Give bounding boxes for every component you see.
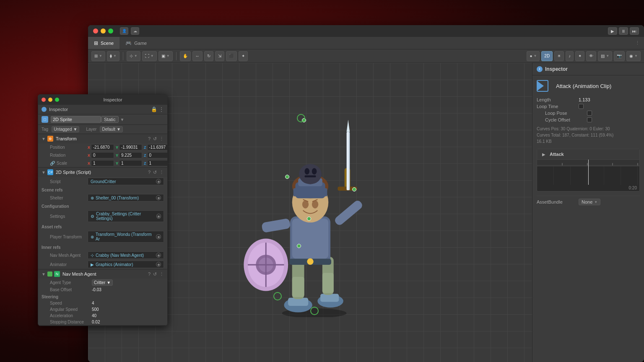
nav-mesh-header[interactable]: ▼ N Nav Mesh Agent ? ↺ ⋮: [38, 269, 167, 279]
scale-z-field[interactable]: Z: [144, 160, 168, 166]
scale-z-input[interactable]: [147, 160, 168, 166]
rot-z-input[interactable]: [147, 152, 168, 158]
rect-btn[interactable]: ▣▼: [158, 51, 173, 61]
camera-btn[interactable]: 📷: [614, 51, 625, 61]
rot-z-field[interactable]: Z: [144, 152, 168, 158]
audio-btn[interactable]: ♪: [566, 51, 574, 61]
nav-mesh-value[interactable]: ⊹ Crabby (Nav Mesh Agent) ◉: [88, 251, 164, 259]
rot-x-field[interactable]: X: [88, 152, 114, 158]
angular-speed-value[interactable]: 500: [92, 307, 99, 312]
loop-pose-row[interactable]: Loop Pose: [537, 111, 640, 116]
more-btn[interactable]: ⋮: [159, 106, 164, 112]
cycle-offset-checkbox[interactable]: [587, 117, 592, 122]
account-btn[interactable]: 👤: [120, 27, 128, 35]
pos-x-input[interactable]: [91, 144, 114, 150]
move-btn[interactable]: ⊹▼: [127, 51, 140, 61]
agent-type-dropdown[interactable]: Critter ▼: [92, 279, 113, 286]
pos-x-field[interactable]: X: [88, 144, 114, 150]
anim-timeline[interactable]: [537, 160, 639, 185]
anim-pick[interactable]: ◉: [156, 262, 161, 267]
animator-value[interactable]: ▶ Graphics (Animator) ◉: [88, 261, 164, 268]
cloud-btn[interactable]: ☁: [131, 27, 139, 35]
script-more[interactable]: ⋮: [159, 170, 164, 175]
loop-pose-checkbox[interactable]: [587, 111, 592, 116]
pivot-btn[interactable]: ⧫▼: [107, 51, 119, 61]
nav-more[interactable]: ⋮: [159, 272, 164, 277]
joint-circle-top[interactable]: [297, 114, 305, 122]
transform-btn[interactable]: ⛶▼: [142, 51, 157, 61]
tab-game[interactable]: 🎮 Game: [119, 37, 153, 49]
static-dropdown-arrow[interactable]: ▼: [120, 117, 125, 122]
pos-y-input[interactable]: [119, 144, 142, 150]
joint-circle-bottom-left[interactable]: [273, 292, 282, 300]
scale-y-input[interactable]: [119, 160, 142, 166]
lock-btn[interactable]: 🔒: [151, 106, 157, 112]
joint-dot-2[interactable]: [285, 175, 289, 179]
shelter-pick[interactable]: ◉: [156, 195, 161, 200]
close-button[interactable]: [93, 28, 98, 34]
rot-y-field[interactable]: Y: [116, 152, 142, 158]
2d-btn[interactable]: 2D: [541, 51, 553, 61]
joint-dot-3[interactable]: [352, 187, 356, 191]
rot-y-input[interactable]: [119, 152, 142, 158]
anim-play-button[interactable]: ▶: [540, 151, 547, 158]
transform-reset[interactable]: ↺: [153, 136, 157, 142]
loop-time-checkbox[interactable]: [579, 104, 584, 109]
pos-z-field[interactable]: Z: [144, 144, 168, 150]
tag-dropdown[interactable]: Untagged ▼: [52, 126, 79, 132]
shelter-value[interactable]: ⊕ Shelter_00 (Transform) ◉: [88, 194, 164, 202]
script-header[interactable]: ▼ C# 2D Sprite (Script) ? ↺ ⋮: [38, 168, 167, 177]
li-maximize[interactable]: [55, 98, 59, 102]
nav-help[interactable]: ?: [148, 272, 151, 277]
scale-tool[interactable]: ⇲: [215, 51, 224, 61]
tab-more-button[interactable]: ⋮: [631, 40, 644, 46]
maximize-button[interactable]: [108, 28, 113, 34]
hide-btn[interactable]: 👁: [586, 51, 596, 61]
li-close[interactable]: [42, 98, 46, 102]
pointer-tool[interactable]: ↔: [192, 51, 203, 61]
base-offset-value[interactable]: -0.03: [92, 287, 101, 292]
acceleration-value[interactable]: 40: [92, 313, 96, 318]
grid-btn[interactable]: ⊞▼: [91, 51, 105, 61]
object-name-input[interactable]: [51, 116, 101, 123]
scale-x-input[interactable]: [91, 160, 114, 166]
joint-circle-bottom-center[interactable]: [310, 307, 319, 315]
transform-header[interactable]: ▼ ⊕ Transform ? ↺ ⋮: [38, 134, 167, 143]
nav-reset[interactable]: ↺: [153, 272, 157, 277]
gizmos-btn[interactable]: ◉▼: [626, 51, 641, 61]
stopping-distance-value[interactable]: 0.02: [92, 320, 100, 324]
rotate-tool[interactable]: ↻: [204, 51, 213, 61]
timeline-track[interactable]: [537, 166, 639, 185]
inspector-content[interactable]: Attack (Animation Clip) Length 1.133 Loo…: [532, 75, 644, 362]
script-reset[interactable]: ↺: [153, 170, 157, 175]
step-button[interactable]: ⏭: [630, 27, 639, 35]
transform-help[interactable]: ?: [148, 136, 151, 142]
tab-scene[interactable]: ⊞ Scene: [88, 37, 119, 49]
transform-more[interactable]: ⋮: [159, 136, 164, 142]
pause-button[interactable]: ⏸: [619, 27, 628, 35]
minimize-button[interactable]: [101, 28, 106, 34]
nm-pick[interactable]: ◉: [156, 253, 161, 258]
hand-tool[interactable]: ✋: [180, 51, 191, 61]
pos-z-input[interactable]: [147, 144, 168, 150]
pt-pick[interactable]: ◉: [156, 234, 161, 239]
script-ref-value[interactable]: GroundCritter ◉: [88, 178, 164, 185]
layer-dropdown[interactable]: Default ▼: [100, 126, 123, 132]
light-btn[interactable]: ☀: [554, 51, 564, 61]
play-button[interactable]: ▶: [608, 27, 617, 35]
static-badge[interactable]: Static: [101, 116, 119, 123]
render-btn[interactable]: ●▼: [527, 51, 540, 61]
scale-y-field[interactable]: Y: [116, 160, 142, 166]
nav-toggle[interactable]: [47, 272, 52, 277]
loop-time-row[interactable]: Loop Time: [537, 104, 640, 109]
script-help[interactable]: ?: [148, 170, 151, 175]
player-transform-value[interactable]: ⊕ Transform_Wondu (Transform Ar ◉: [88, 231, 164, 243]
speed-value[interactable]: 4: [92, 301, 94, 305]
joint-dot-4[interactable]: [307, 217, 311, 221]
settings-pick[interactable]: ◉: [156, 214, 161, 219]
layers-btn[interactable]: ▤▼: [598, 51, 612, 61]
scale-lock-icon[interactable]: 🔗: [50, 161, 55, 165]
bounds-tool[interactable]: ⬛: [226, 51, 237, 61]
pos-y-field[interactable]: Y: [116, 144, 142, 150]
snap-tool[interactable]: ✦: [239, 51, 248, 61]
